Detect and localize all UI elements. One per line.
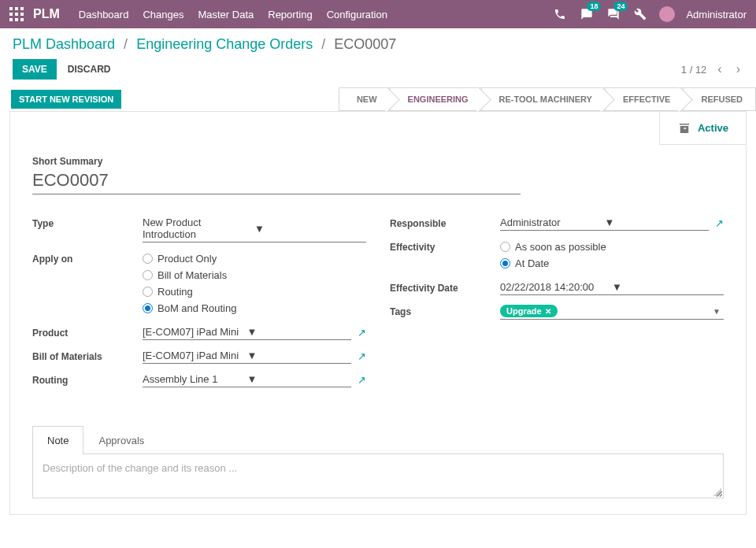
routing-select[interactable]: Assembly Line 1 ▼: [143, 372, 351, 387]
apply-on-group: Product OnlyBill of MaterialsRoutingBoM …: [143, 250, 366, 317]
discard-button[interactable]: DISCARD: [68, 64, 111, 75]
chevron-down-icon: ▼: [710, 307, 724, 316]
tag-text: Upgrade: [506, 306, 542, 316]
sheet-wrap: Active Short Summary Type New Product In…: [0, 111, 756, 531]
chat-icon[interactable]: 24: [606, 6, 621, 22]
apply-on-option[interactable]: Routing: [143, 283, 366, 300]
svg-rect-4: [15, 13, 18, 16]
apply-on-option[interactable]: Product Only: [143, 250, 366, 267]
svg-rect-6: [9, 18, 13, 21]
nav-reporting[interactable]: Reporting: [268, 9, 312, 20]
svg-rect-0: [9, 7, 13, 10]
routing-label: Routing: [32, 372, 143, 386]
pager-next[interactable]: ›: [733, 61, 743, 78]
tag-pill: Upgrade ✕: [500, 305, 558, 317]
active-toggle[interactable]: Active: [659, 112, 746, 145]
phone-icon[interactable]: [552, 6, 568, 22]
chevron-down-icon: ▼: [251, 223, 366, 235]
nav-dashboard[interactable]: Dashboard: [79, 9, 129, 20]
col-right: Responsible Administrator ▼ ↗ Effectivit…: [390, 215, 724, 395]
type-value: New Product Introduction: [143, 217, 251, 240]
bom-label: Bill of Materials: [32, 348, 143, 362]
radio-icon: [143, 303, 153, 313]
status-step-refused[interactable]: REFUSED: [684, 87, 756, 111]
status-step-engineering[interactable]: ENGINEERING: [391, 87, 482, 111]
user-label[interactable]: Administrator: [686, 9, 747, 20]
apps-grid-icon[interactable]: [9, 7, 24, 21]
archive-icon: [677, 121, 691, 135]
short-summary-input[interactable]: [32, 167, 521, 194]
responsible-select[interactable]: Administrator ▼: [500, 215, 709, 231]
bom-select[interactable]: [E-COM07] iPad Mini ▼: [143, 348, 351, 364]
radio-label: At Date: [515, 257, 549, 269]
topnav: Dashboard Changes Master Data Reporting …: [79, 9, 387, 20]
nav-master-data[interactable]: Master Data: [198, 9, 254, 20]
product-label: Product: [32, 324, 143, 339]
effectivity-option[interactable]: At Date: [500, 255, 724, 272]
breadcrumb-sep: /: [124, 36, 128, 52]
avatar[interactable]: [659, 6, 675, 22]
effectivity-date-input[interactable]: 02/22/2018 14:20:00 ▼: [500, 280, 724, 295]
sheet-inner: Short Summary Type New Product Introduct…: [10, 112, 746, 403]
radio-label: Product Only: [158, 253, 217, 265]
radio-label: Bill of Materials: [158, 269, 227, 281]
pager-prev[interactable]: ‹: [714, 61, 724, 78]
radio-icon: [143, 287, 153, 297]
external-link-icon[interactable]: ↗: [358, 327, 366, 339]
status-step-effective[interactable]: EFFECTIVE: [606, 87, 684, 111]
apply-on-option[interactable]: BoM and Routing: [143, 300, 366, 317]
status-step-re-tool-machinery[interactable]: RE-TOOL MACHINERY: [482, 87, 606, 111]
external-link-icon[interactable]: ↗: [358, 350, 366, 362]
nav-configuration[interactable]: Configuration: [327, 9, 387, 20]
note-textarea[interactable]: Description of the change and its reason…: [32, 454, 724, 498]
active-label: Active: [698, 122, 728, 134]
apply-on-label: Apply on: [32, 250, 143, 265]
short-summary-label: Short Summary: [32, 156, 724, 167]
radio-label: Routing: [158, 286, 193, 298]
tags-label: Tags: [390, 303, 500, 317]
svg-rect-3: [9, 13, 13, 16]
form-columns: Type New Product Introduction ▼ Apply on…: [32, 215, 724, 395]
apply-on-option[interactable]: Bill of Materials: [143, 267, 366, 283]
tag-remove-icon[interactable]: ✕: [545, 307, 551, 316]
save-button[interactable]: SAVE: [13, 59, 57, 80]
tab-note[interactable]: Note: [32, 426, 83, 454]
external-link-icon[interactable]: ↗: [715, 217, 724, 229]
routing-value: Assembly Line 1: [143, 373, 244, 385]
statusbar: NEWENGINEERINGRE-TOOL MACHINERYEFFECTIVE…: [339, 87, 756, 111]
pager: 1 / 12 ‹ ›: [681, 61, 743, 78]
tools-icon[interactable]: [632, 6, 648, 22]
tab-approvals[interactable]: Approvals: [83, 426, 159, 454]
nav-changes[interactable]: Changes: [143, 9, 183, 20]
svg-rect-5: [20, 13, 24, 16]
sheet: Active Short Summary Type New Product In…: [9, 111, 747, 515]
chevron-down-icon: ▼: [602, 217, 710, 228]
app-brand: PLM: [33, 7, 60, 21]
product-value: [E-COM07] iPad Mini: [143, 326, 244, 338]
messages-icon[interactable]: 18: [579, 6, 595, 22]
topbar: PLM Dashboard Changes Master Data Report…: [0, 0, 756, 28]
pager-text: 1 / 12: [681, 64, 707, 76]
status-step-new[interactable]: NEW: [339, 87, 391, 111]
responsible-label: Responsible: [390, 215, 500, 229]
radio-icon: [500, 242, 510, 252]
radio-icon: [143, 254, 153, 264]
radio-icon: [143, 270, 153, 280]
start-new-revision-button[interactable]: START NEW REVISION: [11, 90, 121, 109]
effectivity-label: Effectivity: [390, 239, 500, 253]
chevron-down-icon: ▼: [244, 326, 352, 338]
effectivity-group: As soon as possibleAt Date: [500, 239, 724, 272]
topbar-right: 18 24 Administrator: [552, 6, 747, 22]
breadcrumb-mid[interactable]: Engineering Change Orders: [136, 36, 313, 52]
breadcrumb-root[interactable]: PLM Dashboard: [13, 36, 115, 52]
svg-rect-7: [15, 18, 18, 21]
effectivity-option[interactable]: As soon as possible: [500, 239, 724, 255]
svg-rect-1: [15, 7, 18, 10]
ribbon-row: START NEW REVISION NEWENGINEERINGRE-TOOL…: [0, 87, 756, 111]
breadcrumb: PLM Dashboard / Engineering Change Order…: [13, 36, 396, 53]
type-select[interactable]: New Product Introduction ▼: [143, 215, 366, 243]
radio-icon: [500, 258, 510, 268]
product-select[interactable]: [E-COM07] iPad Mini ▼: [143, 324, 351, 340]
external-link-icon[interactable]: ↗: [358, 374, 366, 386]
tags-field[interactable]: Upgrade ✕ ▼: [500, 303, 724, 320]
